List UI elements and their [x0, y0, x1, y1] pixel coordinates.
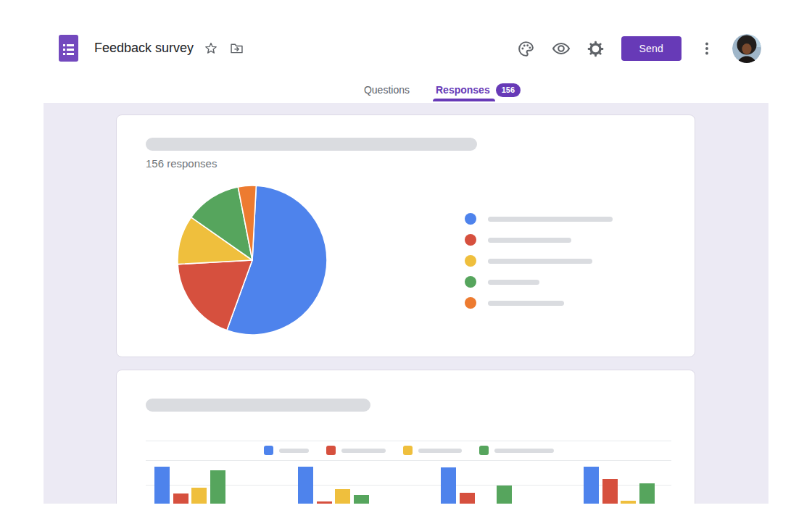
header-left: Feedback survey: [59, 35, 244, 62]
legend-dot-red: [465, 234, 476, 246]
legend-dot-green: [465, 276, 476, 288]
question-title-skeleton: [146, 399, 370, 412]
google-forms-responses-page: Feedback survey: [0, 0, 812, 529]
legend-square-blue: [264, 446, 273, 455]
legend-label-skeleton: [341, 449, 386, 453]
active-tab-underline: [433, 99, 495, 101]
pie-legend-item: [465, 213, 613, 225]
question-summary-card-pie: 156 responses: [116, 114, 695, 357]
legend-dot-orange: [465, 297, 476, 309]
legend-square-red: [326, 446, 336, 455]
pie-legend: [465, 213, 613, 309]
star-icon[interactable]: [203, 41, 219, 57]
pie-legend-item: [465, 234, 613, 246]
bar-yellow-group4: [621, 501, 636, 504]
move-folder-icon[interactable]: [228, 41, 244, 57]
tab-bar: Questions Responses 156: [0, 77, 812, 103]
header-toolbar: Send: [517, 34, 762, 63]
tab-responses[interactable]: Responses 156: [436, 77, 521, 101]
bar-legend-item: [403, 446, 462, 455]
tab-questions-label: Questions: [364, 84, 410, 96]
bar-green-group2: [354, 495, 369, 504]
pie-chart: [176, 184, 328, 336]
bar-green-group1: [210, 470, 225, 504]
legend-square-green: [479, 446, 489, 455]
bar-chart-plot: [146, 460, 671, 504]
preview-eye-icon[interactable]: [552, 39, 571, 58]
avatar[interactable]: [732, 34, 761, 63]
bar-legend-item: [326, 446, 386, 455]
forms-logo-icon[interactable]: [59, 35, 78, 62]
bar-red-group3: [460, 493, 475, 504]
legend-label-skeleton: [279, 449, 309, 453]
legend-label-skeleton: [418, 449, 462, 453]
bar-green-group4: [639, 483, 655, 504]
send-button[interactable]: Send: [621, 36, 682, 61]
question-summary-card-bar: [116, 370, 695, 504]
bar-legend-item: [264, 446, 309, 455]
bar-blue-group3: [441, 467, 456, 504]
legend-label-skeleton: [488, 301, 564, 306]
document-title[interactable]: Feedback survey: [94, 41, 194, 56]
bar-blue-group4: [584, 467, 599, 504]
legend-dot-yellow: [465, 255, 476, 267]
responses-canvas: 156 responses: [44, 103, 768, 504]
bar-blue-group2: [298, 467, 313, 504]
responses-count-badge: 156: [496, 83, 521, 97]
bar-blue-group1: [154, 467, 170, 504]
legend-dot-blue: [465, 213, 476, 225]
palette-icon[interactable]: [517, 39, 536, 58]
bar-green-group3: [497, 486, 512, 504]
more-vertical-icon[interactable]: [697, 39, 716, 58]
responses-count-text: 156 responses: [146, 157, 217, 170]
legend-label-skeleton: [488, 259, 592, 264]
bar-legend-item: [479, 446, 554, 455]
bar-red-group1: [173, 493, 188, 504]
settings-gear-icon[interactable]: [587, 39, 605, 58]
pie-legend-item: [465, 276, 613, 288]
pie-legend-item: [465, 255, 613, 267]
bar-yellow-group2: [335, 489, 350, 504]
tab-questions[interactable]: Questions: [364, 77, 410, 101]
legend-label-skeleton: [488, 280, 539, 285]
legend-label-skeleton: [488, 238, 571, 243]
pie-legend-item: [465, 297, 613, 309]
bar-red-group4: [602, 479, 618, 504]
legend-label-skeleton: [488, 217, 613, 222]
legend-square-yellow: [403, 446, 413, 455]
bar-yellow-group1: [191, 488, 207, 504]
bar-chart-legend: [146, 441, 671, 460]
legend-label-skeleton: [494, 449, 554, 453]
question-title-skeleton: [146, 138, 477, 151]
bar-red-group2: [317, 501, 332, 504]
tab-responses-label: Responses: [436, 84, 490, 96]
